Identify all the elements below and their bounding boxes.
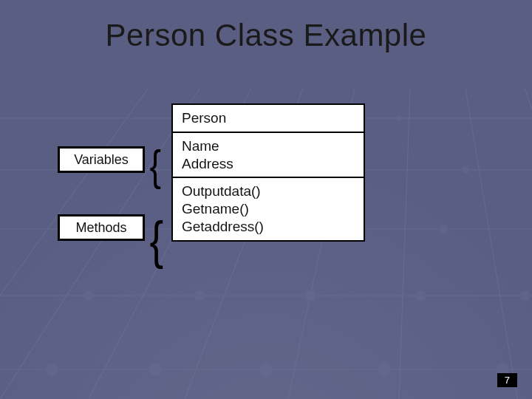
uml-class-name: Person — [182, 110, 226, 126]
svg-point-19 — [194, 290, 205, 301]
uml-class-name-section: Person — [173, 105, 364, 133]
svg-point-33 — [396, 115, 402, 121]
svg-point-16 — [378, 363, 391, 376]
uml-method: Outputdata() — [182, 183, 355, 200]
annotation-methods: Methods — [58, 214, 145, 241]
svg-line-5 — [399, 89, 410, 399]
slide-title: Person Class Example — [0, 18, 532, 53]
svg-point-30 — [462, 166, 469, 174]
svg-point-13 — [45, 363, 58, 376]
uml-method: Getname() — [182, 200, 355, 218]
svg-point-21 — [416, 290, 426, 301]
annotation-methods-label: Methods — [75, 220, 126, 236]
svg-point-18 — [83, 290, 94, 301]
uml-attribute: Name — [182, 137, 355, 155]
page-number: 7 — [497, 373, 517, 387]
annotation-variables-label: Variables — [74, 152, 129, 168]
svg-line-0 — [0, 89, 148, 399]
svg-point-26 — [439, 225, 448, 233]
svg-point-15 — [259, 363, 273, 376]
svg-point-20 — [305, 290, 316, 301]
uml-attribute: Address — [182, 155, 355, 173]
uml-methods-section: Outputdata() Getname() Getaddress() — [173, 178, 364, 239]
uml-method: Getaddress() — [182, 218, 355, 236]
uml-class-box: Person Name Address Outputdata() Getname… — [171, 103, 365, 242]
svg-point-22 — [519, 290, 530, 301]
svg-line-6 — [466, 89, 517, 399]
svg-line-7 — [525, 89, 532, 399]
annotation-variables: Variables — [58, 146, 145, 173]
svg-point-14 — [149, 363, 162, 376]
uml-attributes-section: Name Address — [173, 133, 364, 179]
